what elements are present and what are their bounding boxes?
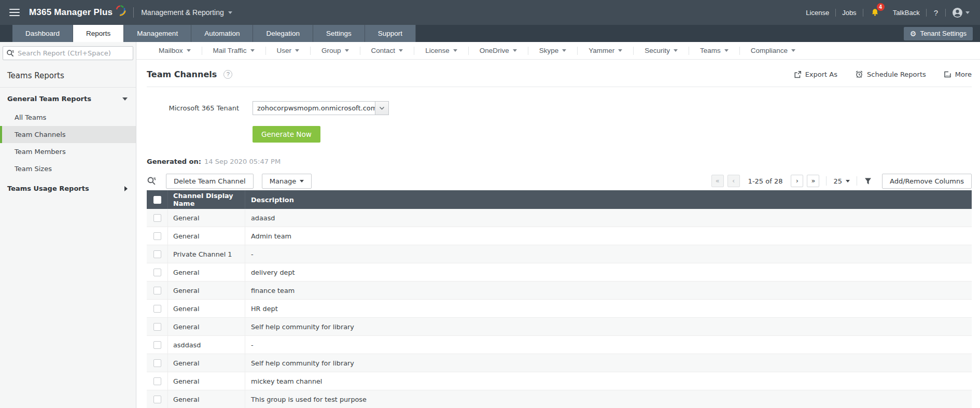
- chevron-down-icon: [122, 97, 128, 101]
- table-header-row: Channel Display Name Description: [147, 190, 972, 209]
- subnav-compliance[interactable]: Compliance: [740, 47, 806, 54]
- cell-description: -: [245, 341, 972, 349]
- filter-icon[interactable]: [864, 177, 872, 185]
- row-checkbox[interactable]: [153, 269, 161, 276]
- column-header-channel-display-name[interactable]: Channel Display Name: [167, 190, 245, 209]
- subnav-yammer[interactable]: Yammer: [578, 47, 633, 54]
- pagination: « ‹ 1-25 of 28 › » 25: [711, 174, 972, 189]
- row-checkbox[interactable]: [153, 287, 161, 294]
- tab-automation[interactable]: Automation: [191, 25, 253, 42]
- generated-on: Generated on:14 Sep 2020 05:47 PM: [147, 158, 972, 165]
- select-all-checkbox[interactable]: [153, 196, 161, 204]
- tab-support[interactable]: Support: [365, 25, 416, 42]
- schedule-reports-button[interactable]: Schedule Reports: [855, 70, 926, 78]
- export-as-button[interactable]: Export As: [794, 71, 837, 78]
- alarm-clock-icon: [855, 70, 863, 78]
- cell-description: finance team: [245, 287, 972, 294]
- subnav-onedrive[interactable]: OneDrive: [469, 47, 528, 54]
- tab-reports[interactable]: Reports: [73, 25, 124, 42]
- row-checkbox[interactable]: [153, 341, 161, 349]
- tenant-settings-button[interactable]: ⚙ Tenant Settings: [904, 27, 973, 40]
- sidebar-section-teams-usage-reports[interactable]: Teams Usage Reports: [0, 177, 136, 199]
- delete-team-channel-button[interactable]: Delete Team Channel: [166, 174, 254, 189]
- page-size-select[interactable]: 25: [833, 177, 850, 185]
- license-link[interactable]: License: [800, 9, 835, 17]
- row-checkbox[interactable]: [153, 232, 161, 240]
- table-search-icon[interactable]: [147, 176, 157, 186]
- sidebar-item-all-teams[interactable]: All Teams: [0, 109, 136, 126]
- table-toolbar: Delete Team Channel Manage « ‹ 1-25 of 2…: [147, 172, 972, 190]
- tab-dashboard[interactable]: Dashboard: [12, 25, 73, 42]
- next-page-button[interactable]: ›: [791, 175, 803, 187]
- add-remove-columns-button[interactable]: Add/Remove Columns: [882, 174, 972, 189]
- row-checkbox[interactable]: [153, 377, 161, 385]
- subnav-user[interactable]: User: [266, 47, 311, 54]
- talkback-link[interactable]: TalkBack: [887, 9, 926, 17]
- cell-description: mickey team channel: [245, 377, 972, 385]
- row-checkbox[interactable]: [153, 305, 161, 313]
- topbar-right-links: License Jobs 4 TalkBack ?: [800, 7, 972, 18]
- row-checkbox[interactable]: [153, 250, 161, 258]
- sidebar-title: Teams Reports: [0, 63, 136, 88]
- jobs-link[interactable]: Jobs: [836, 9, 862, 17]
- notifications-bell-icon[interactable]: 4: [863, 8, 887, 17]
- report-search-box: [3, 46, 133, 60]
- tenant-select[interactable]: zohocorpwsmopm.onmicrosoft.com: [253, 101, 389, 115]
- chevron-down-icon: [724, 49, 729, 52]
- row-checkbox[interactable]: [153, 359, 161, 367]
- help-icon[interactable]: ?: [927, 8, 945, 17]
- search-input[interactable]: [18, 49, 130, 57]
- select-dropdown-button[interactable]: [375, 102, 388, 115]
- app-logo: M365 Manager Plus: [29, 7, 113, 18]
- subnav-contact[interactable]: Contact: [360, 47, 414, 54]
- section-label: Teams Usage Reports: [7, 185, 89, 192]
- subnav-group[interactable]: Group: [311, 47, 360, 54]
- chevron-down-icon: [513, 49, 517, 52]
- sidebar-item-team-members[interactable]: Team Members: [0, 143, 136, 160]
- cell-channel-name: General: [167, 318, 245, 335]
- last-page-button[interactable]: »: [807, 175, 819, 187]
- subnav-teams[interactable]: Teams: [689, 47, 739, 54]
- tab-delegation[interactable]: Delegation: [253, 25, 313, 42]
- table-row: GeneralSelf help community for library: [147, 354, 972, 372]
- cell-channel-name: asddasd: [167, 336, 245, 354]
- user-account-menu[interactable]: [946, 7, 972, 18]
- more-button[interactable]: More: [944, 71, 972, 78]
- chevron-down-icon: [250, 49, 255, 52]
- cell-channel-name: General: [167, 390, 245, 408]
- generated-on-value: 14 Sep 2020 05:47 PM: [204, 158, 281, 165]
- sidebar-item-team-sizes[interactable]: Team Sizes: [0, 160, 136, 177]
- cell-description: Self help community for library: [245, 359, 972, 367]
- chevron-down-icon: [345, 49, 349, 52]
- prev-page-button[interactable]: ‹: [727, 175, 740, 187]
- cell-description: Self help community for library: [245, 323, 972, 331]
- generate-now-button[interactable]: Generate Now: [253, 126, 320, 143]
- cell-channel-name: General: [167, 354, 245, 372]
- row-checkbox[interactable]: [153, 396, 161, 403]
- sidebar-section-general-team-reports[interactable]: General Team Reports: [0, 88, 136, 109]
- table-row: GeneralSelf help community for library: [147, 318, 972, 336]
- row-checkbox[interactable]: [153, 323, 161, 331]
- tenant-label: Microsoft 365 Tenant: [147, 104, 239, 112]
- context-switcher[interactable]: Management & Reporting: [141, 8, 232, 17]
- page-help-icon[interactable]: ?: [223, 70, 232, 79]
- row-checkbox[interactable]: [153, 214, 161, 222]
- subnav-skype[interactable]: Skype: [528, 47, 578, 54]
- hamburger-menu-icon[interactable]: [9, 7, 20, 18]
- column-header-description[interactable]: Description: [245, 196, 972, 204]
- cell-description: HR dept: [245, 305, 972, 313]
- subnav-license[interactable]: License: [414, 47, 468, 54]
- chevron-down-icon: [965, 11, 970, 14]
- divider: [857, 176, 857, 186]
- tab-management[interactable]: Management: [124, 25, 191, 42]
- sidebar-item-team-channels[interactable]: Team Channels: [0, 126, 136, 143]
- export-icon: [794, 71, 802, 78]
- subnav-mailbox[interactable]: Mailbox: [148, 47, 202, 54]
- generated-on-label: Generated on:: [147, 158, 201, 165]
- manage-menu-button[interactable]: Manage: [262, 174, 312, 189]
- subnav-mail-traffic[interactable]: Mail Traffic: [202, 47, 265, 54]
- chevron-down-icon: [295, 49, 299, 52]
- first-page-button[interactable]: «: [711, 175, 724, 187]
- tab-settings[interactable]: Settings: [313, 25, 365, 42]
- subnav-security[interactable]: Security: [634, 47, 689, 54]
